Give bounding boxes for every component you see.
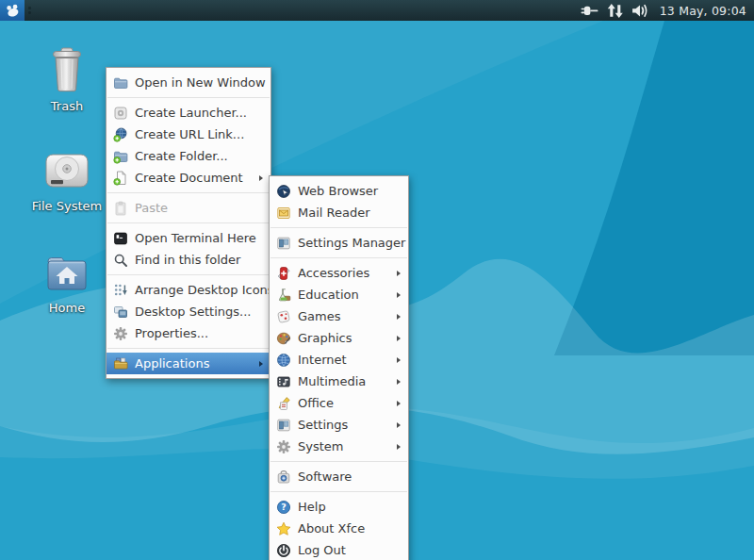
menu-item-label: Settings Manager [298,236,405,250]
menu-item-create-launcher[interactable]: Create Launcher... [107,102,270,124]
submenu-arrow-icon [397,271,401,276]
menu-separator [107,222,270,223]
svg-text:?: ? [281,502,287,512]
menu-item-settings-manager[interactable]: Settings Manager [270,232,408,254]
hard-disk-icon [43,151,90,192]
menu-separator [270,491,407,492]
menu-item-properties[interactable]: Properties... [107,322,270,344]
submenu-arrow-icon [259,361,263,367]
menu-item-label: Create URL Link... [135,127,244,141]
menu-separator [270,461,407,462]
menu-item-label: About Xfce [298,521,365,535]
menu-item-create-url-link[interactable]: Create URL Link... [107,124,270,145]
trash-icon [48,47,86,92]
menu-item-find-in-this-folder[interactable]: Find in this folder [107,249,270,271]
applications-menu-button[interactable] [0,0,25,21]
applications-icon [113,356,128,371]
desktop-icon-file-system[interactable]: File System [26,151,107,213]
search-icon [113,253,128,268]
menu-item-about-xfce[interactable]: About Xfce [270,518,408,539]
system-icon [276,439,291,454]
help-icon: ? [276,500,291,515]
menu-item-open-in-new-window[interactable]: Open in New Window [107,72,270,93]
internet-icon [276,353,291,368]
arrange-icon [113,283,128,298]
folder-icon [113,75,128,91]
menu-item-web-browser[interactable]: Web Browser [270,180,408,202]
menu-item-create-folder[interactable]: Create Folder... [107,145,270,167]
menu-item-graphics[interactable]: Graphics [270,327,408,349]
home-folder-icon [43,253,90,294]
menu-item-system[interactable]: System [270,436,408,457]
properties-icon [113,326,128,341]
menu-item-label: Help [298,500,326,514]
desktop-icon-trash[interactable]: Trash [26,47,107,113]
menu-item-games[interactable]: Games [270,305,408,327]
menu-item-arrange-desktop-icons[interactable]: Arrange Desktop Icons [107,279,270,301]
context-menu: Open in New WindowCreate Launcher...Crea… [106,67,271,379]
menu-separator [107,274,270,275]
submenu-arrow-icon [397,422,401,428]
menu-item-label: Find in this folder [135,253,240,267]
menu-item-desktop-settings[interactable]: Desktop Settings... [107,301,270,322]
submenu-arrow-icon [397,401,401,406]
menu-separator [107,97,270,98]
menu-item-multimedia[interactable]: Multimedia [270,371,408,392]
menu-item-software[interactable]: Software [270,466,408,487]
education-icon [276,288,291,303]
submenu-arrow-icon [259,175,263,181]
menu-item-mail-reader[interactable]: Mail Reader [270,202,408,223]
submenu-arrow-icon [397,336,401,341]
desktop-icon-home[interactable]: Home [26,253,107,315]
menu-item-applications[interactable]: Applications [107,353,270,374]
paste-icon [113,201,128,216]
menu-item-label: Paste [135,201,168,215]
submenu-arrow-icon [397,379,401,385]
mail-reader-icon [276,206,291,221]
menu-item-label: Properties... [135,326,208,340]
menu-item-label: Graphics [298,331,352,345]
desktop-settings-icon [113,305,128,320]
menu-item-open-terminal-here[interactable]: Open Terminal Here [107,227,270,249]
menu-item-help[interactable]: ?Help [270,496,408,518]
menu-item-accessories[interactable]: Accessories [270,262,408,284]
menu-item-label: Open in New Window [135,75,266,90]
power-plug-icon[interactable] [581,3,598,18]
terminal-icon [113,231,128,246]
menu-item-label: Desktop Settings... [135,305,251,319]
menu-item-create-document[interactable]: Create Document [107,167,270,189]
logout-icon [276,543,291,558]
menu-separator [107,348,270,349]
new-document-icon [113,171,128,186]
menu-item-label: Games [298,309,340,323]
settings-manager-icon [276,236,291,251]
menu-item-label: Software [298,469,352,484]
menu-item-label: Education [298,288,359,302]
menu-item-office[interactable]: Office [270,392,408,414]
desktop-icon-label: Home [26,301,107,315]
panel-clock[interactable]: 13 May, 09:04 [660,4,746,18]
top-panel: 13 May, 09:04 [0,0,754,21]
software-icon [276,469,291,485]
menu-item-label: Open Terminal Here [135,231,256,245]
menu-item-label: Create Document [135,171,243,185]
submenu-arrow-icon [397,444,401,450]
network-arrows-icon[interactable] [606,3,624,18]
menu-item-settings[interactable]: Settings [270,414,408,436]
menu-item-education[interactable]: Education [270,284,408,305]
menu-item-label: Office [298,396,334,410]
menu-item-label: Accessories [298,266,369,280]
menu-item-label: Internet [298,353,347,367]
about-xfce-icon [276,521,291,536]
menu-item-log-out[interactable]: Log Out [270,539,408,560]
menu-item-label: Mail Reader [298,206,370,220]
volume-icon[interactable] [631,3,649,18]
menu-item-label: Applications [135,356,209,371]
submenu-arrow-icon [397,357,401,363]
multimedia-icon [276,374,291,389]
office-icon [276,396,291,411]
launcher-icon [113,106,128,121]
menu-item-internet[interactable]: Internet [270,349,408,371]
web-browser-icon [276,184,291,199]
accessories-icon [276,266,291,281]
